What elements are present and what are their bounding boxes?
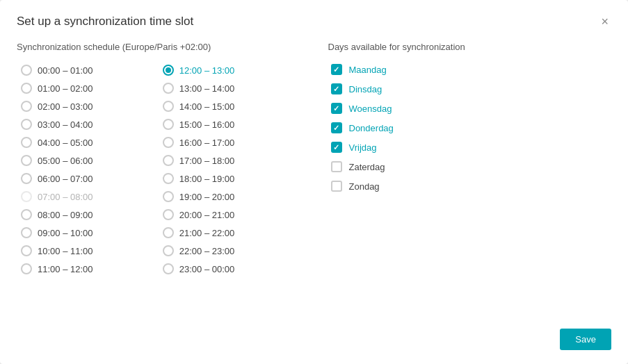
day-option[interactable]: Donderdag [328,120,612,135]
close-button[interactable]: × [598,14,611,29]
day-label: Maandag [349,65,387,75]
day-option[interactable]: Maandag [328,62,612,77]
time-option[interactable]: 14:00 – 15:00 [159,98,300,115]
checkbox [331,161,342,172]
time-label: 14:00 – 15:00 [179,101,235,112]
time-option[interactable]: 20:00 – 21:00 [159,206,300,223]
time-option[interactable]: 21:00 – 22:00 [159,224,300,241]
time-option[interactable]: 18:00 – 19:00 [159,170,300,187]
time-label: 08:00 – 09:00 [38,210,93,220]
time-label: 06:00 – 07:00 [38,174,93,184]
time-label: 13:00 – 14:00 [179,83,235,94]
radio-circle [163,191,174,202]
day-option[interactable]: Zaterdag [328,159,612,174]
day-label: Woensdag [349,104,392,114]
time-label: 01:00 – 02:00 [38,83,93,94]
days-list: MaandagDinsdagWoensdagDonderdagVrijdagZa… [328,62,612,194]
time-label: 22:00 – 23:00 [179,246,235,256]
checkbox [331,122,342,133]
checkbox [331,142,342,153]
time-option[interactable]: 22:00 – 23:00 [159,242,300,259]
time-option[interactable]: 15:00 – 16:00 [159,116,300,133]
time-col-1: 00:00 – 01:0001:00 – 02:0002:00 – 03:000… [17,62,159,277]
day-label: Zondag [349,181,380,192]
radio-circle [21,209,32,220]
time-label: 03:00 – 04:00 [38,119,93,130]
radio-circle [163,209,174,220]
days-section-title: Days available for synchronization [328,42,612,52]
time-label: 16:00 – 17:00 [179,138,235,148]
schedule-section: Synchronization schedule (Europe/Paris +… [17,42,300,306]
time-columns: 00:00 – 01:0001:00 – 02:0002:00 – 03:000… [17,62,300,277]
day-option[interactable]: Zondag [328,179,612,194]
radio-circle [21,173,32,184]
time-label: 12:00 – 13:00 [179,65,235,76]
day-label: Dinsdag [349,84,383,94]
radio-circle [163,155,174,166]
checkbox [331,64,342,75]
time-label: 15:00 – 16:00 [179,119,235,130]
time-label: 07:00 – 08:00 [38,192,93,202]
checkbox [331,181,342,192]
day-option[interactable]: Woensdag [328,101,612,116]
time-label: 23:00 – 00:00 [179,264,235,274]
time-option[interactable]: 01:00 – 02:00 [17,80,159,97]
radio-circle [163,263,174,274]
time-option[interactable]: 04:00 – 05:00 [17,134,159,151]
time-option[interactable]: 12:00 – 13:00 [159,62,300,78]
time-label: 10:00 – 11:00 [38,246,93,256]
time-option[interactable]: 10:00 – 11:00 [17,242,159,259]
radio-circle [163,83,174,94]
time-label: 04:00 – 05:00 [38,138,93,148]
time-col-2: 12:00 – 13:0013:00 – 14:0014:00 – 15:001… [159,62,300,277]
save-button[interactable]: Save [560,329,611,350]
time-option[interactable]: 05:00 – 06:00 [17,152,159,169]
time-label: 02:00 – 03:00 [38,101,93,112]
day-label: Zaterdag [349,162,385,172]
day-label: Donderdag [349,123,394,133]
radio-circle [21,137,32,148]
time-label: 09:00 – 10:00 [38,228,93,238]
radio-circle [21,119,32,130]
time-option[interactable]: 16:00 – 17:00 [159,134,300,151]
time-option[interactable]: 02:00 – 03:00 [17,98,159,115]
radio-circle [21,191,32,202]
radio-circle [21,155,32,166]
radio-circle [163,137,174,148]
dialog-title: Set up a synchronization time slot [17,15,193,28]
time-option[interactable]: 11:00 – 12:00 [17,260,159,277]
radio-circle [21,245,32,256]
time-option[interactable]: 06:00 – 07:00 [17,170,159,187]
radio-circle [21,227,32,238]
radio-circle [21,83,32,94]
radio-circle [163,65,174,76]
radio-circle [163,245,174,256]
time-label: 05:00 – 06:00 [38,156,93,166]
time-label: 21:00 – 22:00 [179,228,235,238]
time-option[interactable]: 19:00 – 20:00 [159,188,300,205]
time-option[interactable]: 09:00 – 10:00 [17,224,159,241]
radio-circle [163,101,174,112]
time-option[interactable]: 03:00 – 04:00 [17,116,159,133]
schedule-section-title: Synchronization schedule (Europe/Paris +… [17,42,300,52]
radio-circle [21,263,32,274]
dialog-footer: Save [17,323,611,350]
time-option[interactable]: 08:00 – 09:00 [17,206,159,223]
time-option[interactable]: 13:00 – 14:00 [159,80,300,97]
time-label: 19:00 – 20:00 [179,192,235,202]
time-option[interactable]: 00:00 – 01:00 [17,62,159,78]
dialog: Set up a synchronization time slot × Syn… [0,0,628,364]
day-option[interactable]: Dinsdag [328,81,612,97]
time-option[interactable]: 23:00 – 00:00 [159,260,300,277]
dialog-header: Set up a synchronization time slot × [17,14,611,29]
day-option[interactable]: Vrijdag [328,140,612,155]
days-section: Days available for synchronization Maand… [300,42,612,306]
time-option[interactable]: 17:00 – 18:00 [159,152,300,169]
time-label: 11:00 – 12:00 [38,264,93,274]
day-label: Vrijdag [349,142,377,153]
radio-circle [163,119,174,130]
radio-circle [163,173,174,184]
time-label: 17:00 – 18:00 [179,156,235,166]
dialog-body: Synchronization schedule (Europe/Paris +… [17,42,611,306]
radio-circle [21,101,32,112]
